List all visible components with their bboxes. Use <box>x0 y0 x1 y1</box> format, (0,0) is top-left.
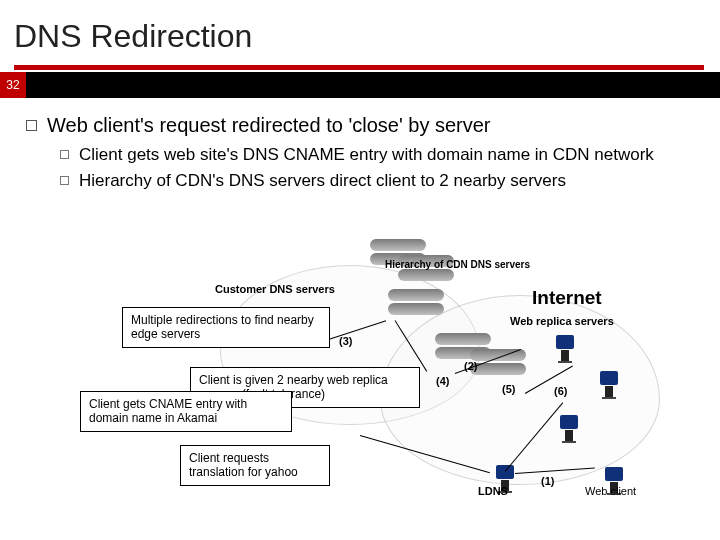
replica-label: Web replica servers <box>510 315 614 327</box>
callout-multi: Multiple redirections to find nearby edg… <box>122 307 330 348</box>
dns-diagram: Internet Customer DNS servers Hierarchy … <box>60 245 680 525</box>
sub-bullet-list: Client gets web site's DNS CNAME entry w… <box>26 145 694 191</box>
step-3: (3) <box>339 335 352 347</box>
step-5: (5) <box>502 383 515 395</box>
internet-label: Internet <box>532 287 602 309</box>
main-bullet: Web client's request redirected to 'clos… <box>26 114 694 137</box>
bullet-icon <box>60 176 69 185</box>
sub-bullet-text: Hierarchy of CDN's DNS servers direct cl… <box>79 171 566 191</box>
host-icon <box>560 415 578 441</box>
step-4: (4) <box>436 375 449 387</box>
main-bullet-text: Web client's request redirected to 'clos… <box>47 114 491 137</box>
bullet-icon <box>26 120 37 131</box>
bar-fill <box>26 72 720 98</box>
callout-cname: Client gets CNAME entry with domain name… <box>80 391 292 432</box>
page-title: DNS Redirection <box>0 0 720 65</box>
host-icon <box>556 335 574 361</box>
slide-content: Web client's request redirected to 'clos… <box>0 98 720 191</box>
step-1: (1) <box>541 475 554 487</box>
sub-bullet-text: Client gets web site's DNS CNAME entry w… <box>79 145 654 165</box>
sub-bullet: Client gets web site's DNS CNAME entry w… <box>60 145 694 165</box>
customer-dns-label: Customer DNS servers <box>215 283 335 295</box>
bullet-icon <box>60 150 69 159</box>
page-number-bar: 32 <box>0 72 720 98</box>
step-2: (2) <box>464 360 477 372</box>
server-icon <box>388 289 444 317</box>
title-underline <box>14 65 704 70</box>
callout-request: Client requests translation for yahoo <box>180 445 330 486</box>
cdn-dns-label: Hierarchy of CDN DNS servers <box>385 259 530 270</box>
server-icon <box>470 349 526 377</box>
step-6: (6) <box>554 385 567 397</box>
host-icon <box>600 371 618 397</box>
sub-bullet: Hierarchy of CDN's DNS servers direct cl… <box>60 171 694 191</box>
page-number: 32 <box>0 72 26 98</box>
ldns-label: LDNS <box>478 485 508 497</box>
web-client-label: Web client <box>585 485 636 497</box>
